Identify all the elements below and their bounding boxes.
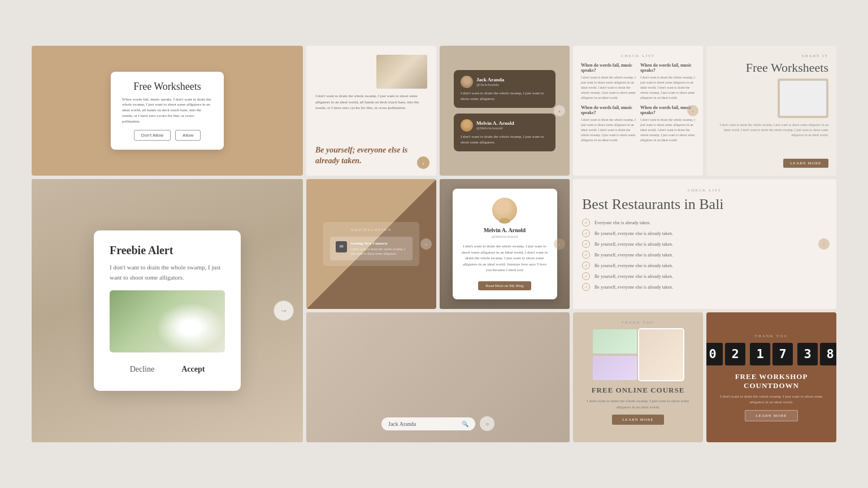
card-worksheets-tablet: SHARE IT Free Worksheets I don't want to… (706, 46, 836, 176)
card-freebie-alert: Freebie Alert I don't want to drain the … (32, 179, 303, 442)
next-arrow-icon[interactable]: › (554, 238, 565, 250)
countdown-display: 0 2 1 7 3 8 (706, 343, 836, 365)
checklist-item-text: Everyone else is already taken. (594, 220, 650, 225)
card-search: Jack Aranda 🔍 ○ (306, 312, 570, 442)
next-arrow-icon[interactable]: › (818, 238, 830, 250)
mail-icon: ✉ (336, 241, 347, 252)
freebie-buttons: Decline Accept (110, 361, 225, 377)
list-item: Everyone else is already taken. (582, 219, 827, 226)
list-item: Be yourself, everyone else is already ta… (582, 229, 827, 237)
card-free-worksheets: Free Worksheets When words fail, music s… (32, 46, 303, 176)
search-container: Jack Aranda 🔍 ○ (381, 416, 494, 431)
freebie-body: I don't want to drain the whole swamp, I… (110, 263, 225, 282)
search-icon: 🔍 (462, 421, 468, 427)
next-arrow-icon[interactable]: › (420, 238, 432, 250)
chat-avatar-1 (461, 76, 473, 88)
chat-text-2: I don't want to drain the whole swamp, I… (461, 134, 549, 146)
checklist-item-text: Be yourself, everyone else is already ta… (594, 263, 673, 268)
check-icon (582, 229, 590, 237)
card-countdown: THANK YOU 0 2 1 7 3 8 FREE WORKSHOP COUN… (706, 312, 836, 442)
checklist-grid: When do words fail, music speaks? I don'… (581, 63, 695, 143)
notification-title: Getting New Contacts (350, 241, 407, 246)
photo-1 (593, 329, 637, 354)
testimonial-avatar (492, 198, 517, 223)
check-icon (582, 283, 590, 291)
checklist-item-text: Be yourself, everyone else is already ta… (594, 242, 673, 247)
worksheets-body: I don't want to drain the whole swamp, I… (714, 123, 828, 138)
tablet-image (778, 79, 828, 118)
search-input-wrap[interactable]: Jack Aranda 🔍 (381, 417, 475, 430)
list-item: Be yourself, everyone else is already ta… (582, 272, 827, 280)
restaurants-checklist: Everyone else is already taken. Be yours… (582, 219, 827, 294)
learn-more-button[interactable]: LEARN MORE (783, 159, 828, 168)
chat-header-1: Jack Aranda @JackAranda (461, 76, 549, 88)
search-nav-button[interactable]: ○ (480, 416, 494, 431)
chat-handle-1: @JackAranda (476, 82, 504, 87)
notification-text: I don't want to drain the whole swamp, I… (350, 247, 407, 256)
section-2-title: When do words fail, music speaks? (640, 63, 695, 73)
next-arrow-icon[interactable]: › (687, 105, 698, 116)
accept-button[interactable]: Accept (172, 361, 214, 377)
checklist-section-2: When do words fail, music speaks? I don'… (640, 63, 695, 101)
restaurants-label: CHECK LIST (582, 188, 827, 193)
countdown-label: THANK YOU (754, 334, 788, 338)
freebie-popup: Freebie Alert I don't want to drain the … (94, 230, 241, 391)
photo-2 (639, 329, 683, 380)
learn-more-button[interactable]: LEARN MORE (612, 415, 663, 425)
chat-avatar-2 (461, 119, 473, 132)
course-label: THANK YOU (621, 320, 654, 325)
worksheets-title: Free Worksheets (714, 60, 828, 75)
learn-more-button[interactable]: LEARN MORE (745, 410, 797, 421)
card-checklist: CHECK LIST When do words fail, music spe… (573, 46, 703, 176)
check-icon (582, 240, 590, 248)
read-more-button[interactable]: Read More on My Blog (478, 281, 532, 290)
search-input[interactable]: Jack Aranda (388, 421, 458, 427)
list-item: Be yourself, everyone else is already ta… (582, 251, 827, 259)
allow-button[interactable]: Allow (175, 130, 201, 141)
photo-3 (593, 356, 637, 380)
card-quote: I don't want to drain the whole swamp, I… (306, 46, 436, 176)
checklist-item-text: Be yourself, everyone else is already ta… (594, 285, 673, 290)
course-title: FREE ONLINE COURSE (592, 386, 685, 395)
section-3-text: I don't want to drain the whole swamp, I… (581, 117, 636, 143)
chat-bubble-1: Jack Aranda @JackAranda I don't want to … (454, 70, 555, 108)
notification-container: NOTIFICATION ✉ Getting New Contacts I do… (323, 222, 419, 267)
countdown-digit-1: 2 (725, 343, 745, 365)
section-2-text: I don't want to drain the whole swamp, I… (640, 75, 695, 101)
checklist-section-1: When do words fail, music speaks? I don'… (581, 63, 636, 101)
freebie-image (110, 290, 225, 352)
dont-allow-button[interactable]: Don't Allow (134, 130, 171, 141)
next-arrow-icon[interactable]: › (417, 156, 429, 169)
worksheets-label: SHARE IT (714, 54, 828, 58)
chat-name-2: Melvin A. Arnold (476, 120, 514, 126)
countdown-digit-2: 1 (750, 343, 770, 365)
notification-content: Getting New Contacts I don't want to dra… (350, 241, 407, 256)
card-testimonial: Melvin A. Arnold @MelvinArnold I don't w… (440, 179, 570, 309)
restaurants-title: Best Restaurants in Bali (582, 196, 827, 213)
popup-body: When words fail, music speaks. I don't w… (122, 97, 212, 125)
list-item: Be yourself, everyone else is already ta… (582, 240, 827, 248)
course-body: I don't want to drain the whole swamp, I… (581, 398, 695, 410)
chat-bubble-2: Melvin A. Arnold @MelvinArnold I don't w… (454, 114, 555, 151)
countdown-title: FREE WORKSHOP COUNTDOWN (715, 372, 827, 390)
chat-text-1: I don't want to drain the whole swamp, I… (461, 91, 549, 102)
course-photos (593, 329, 683, 380)
card-notification: NOTIFICATION ✉ Getting New Contacts I do… (306, 179, 436, 309)
list-item: Be yourself, everyone else is already ta… (582, 262, 827, 269)
next-arrow-icon[interactable]: › (554, 105, 565, 116)
decline-button[interactable]: Decline (121, 361, 164, 377)
section-1-text: I don't want to drain the whole swamp, I… (581, 75, 636, 101)
chat-header-2: Melvin A. Arnold @MelvinArnold (461, 119, 549, 132)
check-icon (582, 251, 590, 259)
popup-buttons: Don't Allow Allow (122, 130, 212, 141)
countdown-digit-5: 8 (820, 343, 836, 365)
testimonial-handle: @MelvinArnold (462, 234, 548, 239)
notification-item: ✉ Getting New Contacts I don't want to d… (330, 237, 413, 261)
testimonial-name: Melvin A. Arnold (462, 227, 548, 233)
main-grid: Free Worksheets When words fail, music s… (9, 23, 859, 465)
popup-container: Free Worksheets When words fail, music s… (111, 72, 224, 150)
next-arrow-icon[interactable]: → (274, 300, 294, 321)
notification-label: NOTIFICATION (330, 228, 413, 232)
quote-body-text: I don't want to drain the whole swamp, I… (315, 93, 427, 145)
testimonial-text: I don't want to drain the whole swamp, I… (462, 243, 548, 273)
